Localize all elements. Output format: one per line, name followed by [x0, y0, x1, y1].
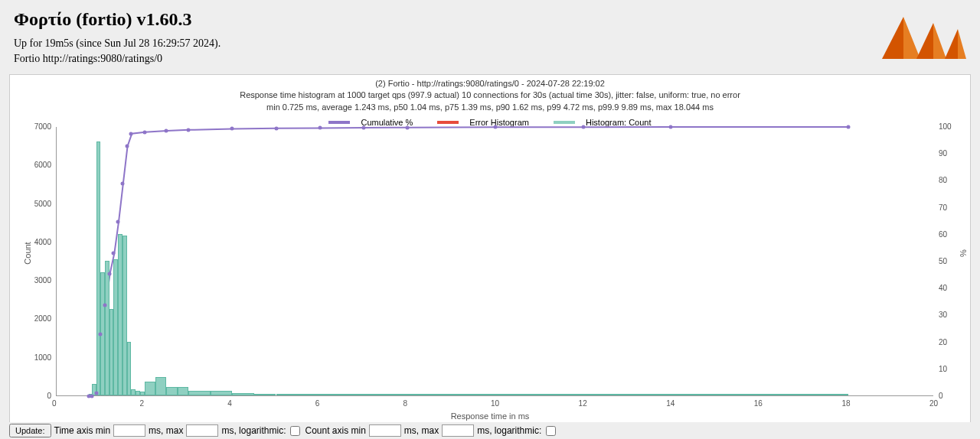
histogram-bar	[320, 394, 364, 395]
y-right-tick: 30	[939, 311, 947, 319]
cumulative-point	[112, 252, 116, 255]
x-tick: 6	[315, 399, 320, 408]
legend-item[interactable]: Cumulative %	[322, 118, 419, 127]
page-header: Φορτίο (fortio) v1.60.3 Up for 19m5s (si…	[0, 0, 980, 74]
legend-item[interactable]: Histogram: Count	[547, 118, 658, 127]
time-axis-min-input[interactable]	[113, 424, 145, 437]
ms-max2-label: ms, max	[404, 425, 439, 436]
cumulative-point	[99, 332, 103, 336]
svg-marker-4	[945, 29, 958, 59]
page-root: Φορτίο (fortio) v1.60.3 Up for 19m5s (si…	[0, 0, 980, 439]
legend-item[interactable]: Error Histogram	[431, 118, 535, 127]
y-right-tick: 60	[939, 230, 947, 239]
chart-title-line2: Response time histogram at 1000 target q…	[10, 89, 970, 101]
cumulative-point	[494, 125, 498, 129]
histogram-bar	[407, 394, 495, 395]
y-left-tick: 7000	[34, 122, 51, 131]
ms-log2-label: ms, logarithmic:	[477, 425, 541, 436]
chart-title-line3: min 0.725 ms, average 1.243 ms, p50 1.04…	[10, 102, 970, 113]
histogram-bar	[188, 391, 211, 395]
y-left-tick: 4000	[34, 238, 51, 246]
histogram-bar	[211, 391, 233, 395]
x-tick: 0	[52, 399, 57, 408]
y-right-tick: 20	[939, 338, 947, 346]
cumulative-point	[125, 145, 129, 148]
histogram-bar	[178, 387, 188, 395]
histogram-bar	[495, 394, 583, 395]
histogram-bar	[254, 394, 276, 395]
cumulative-point	[274, 126, 278, 130]
y-right-tick: 40	[939, 284, 947, 292]
y-axis-left-label: Count	[23, 242, 32, 264]
y-right-tick: 70	[939, 203, 947, 212]
cumulative-point	[142, 130, 146, 134]
chart-legend: Cumulative %Error HistogramHistogram: Co…	[10, 116, 970, 127]
x-tick: 14	[666, 399, 675, 408]
cumulative-point	[846, 125, 850, 129]
fortio-logo	[882, 9, 966, 66]
cumulative-point	[581, 125, 585, 129]
svg-marker-0	[882, 17, 903, 59]
time-axis-max-input[interactable]	[186, 424, 218, 437]
time-axis-log-checkbox[interactable]	[290, 426, 300, 436]
cumulative-point	[230, 127, 234, 131]
x-axis-label: Response time in ms	[10, 411, 970, 421]
x-tick: 18	[841, 399, 850, 408]
y-left-tick: 2000	[34, 314, 51, 323]
chart-plot-area[interactable]: 0246810121416182001000200030004000500060…	[56, 127, 933, 396]
x-tick: 2	[140, 399, 145, 408]
y-left-tick: 0	[47, 392, 51, 400]
y-right-tick: 0	[939, 392, 943, 400]
histogram-bar	[232, 393, 254, 395]
uptime-text: Up for 19m5s (since Sun Jul 28 16:29:57 …	[14, 37, 966, 50]
chart-title: (2) Fortio - http://ratings:9080/ratings…	[10, 75, 970, 113]
count-axis-min-input[interactable]	[369, 424, 401, 437]
cumulative-point	[107, 272, 111, 275]
y-right-tick: 10	[939, 365, 947, 373]
x-tick: 16	[754, 399, 763, 408]
svg-marker-3	[933, 23, 946, 59]
y-right-tick: 90	[939, 149, 947, 158]
cumulative-point	[94, 392, 98, 395]
chart-title-line1: (2) Fortio - http://ratings:9080/ratings…	[10, 78, 970, 89]
histogram-bar	[671, 394, 848, 395]
page-title: Φορτίο (fortio) v1.60.3	[14, 9, 966, 30]
count-axis-min-label: Count axis min	[305, 425, 365, 436]
cumulative-point	[669, 125, 673, 129]
x-tick: 20	[929, 399, 938, 408]
y-right-tick: 50	[939, 257, 947, 265]
time-axis-min-label: Time axis min	[54, 425, 111, 436]
chart-card: (2) Fortio - http://ratings:9080/ratings…	[9, 74, 971, 423]
x-tick: 4	[227, 399, 232, 408]
y-left-tick: 5000	[34, 200, 51, 208]
histogram-bar	[127, 342, 132, 395]
svg-marker-2	[916, 23, 933, 59]
cumulative-point	[116, 220, 120, 223]
histogram-bar	[364, 394, 407, 395]
count-axis-max-input[interactable]	[442, 424, 474, 437]
cumulative-line	[57, 127, 933, 395]
histogram-bar	[145, 382, 155, 395]
cumulative-point	[318, 126, 322, 130]
count-axis-log-checkbox[interactable]	[546, 426, 556, 436]
y-right-tick: 80	[939, 176, 947, 184]
x-tick: 8	[403, 399, 407, 408]
y-left-tick: 6000	[34, 161, 51, 169]
histogram-bar	[166, 387, 177, 395]
y-right-tick: 100	[939, 122, 952, 131]
x-tick: 10	[491, 399, 499, 408]
cumulative-point	[362, 126, 366, 130]
cumulative-point	[90, 394, 93, 398]
cumulative-point	[120, 182, 124, 186]
y-left-tick: 3000	[34, 276, 51, 285]
update-button[interactable]: Update:	[9, 424, 51, 437]
chart-controls: Update: Time axis min ms, max ms, logari…	[9, 422, 971, 439]
cumulative-point	[186, 128, 190, 132]
svg-marker-1	[903, 17, 920, 59]
cumulative-point	[165, 128, 168, 132]
cumulative-point	[103, 304, 107, 307]
y-axis-right-label: %	[959, 249, 968, 257]
histogram-bar	[583, 394, 671, 395]
target-text: Fortio http://ratings:9080/ratings/0	[14, 53, 966, 65]
svg-marker-5	[958, 29, 966, 59]
